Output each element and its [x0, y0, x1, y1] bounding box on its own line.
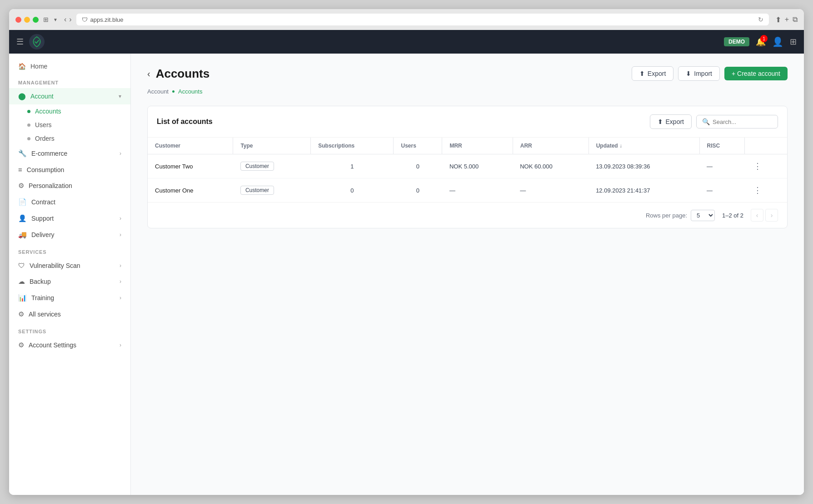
- notifications-button[interactable]: 🔔 1: [756, 37, 766, 47]
- sidebar-item-account-settings[interactable]: ⚙ Account Settings ›: [9, 337, 130, 353]
- services-section-label: SERVICES: [9, 243, 130, 257]
- sidebar-training-label: Training: [31, 294, 54, 301]
- orders-dot-icon: [27, 137, 30, 140]
- page-header-left: ‹ Accounts: [147, 67, 209, 81]
- sidebar-item-orders[interactable]: Orders: [9, 132, 130, 145]
- app-logo: [29, 34, 45, 49]
- vulnerability-chevron-icon: ›: [120, 262, 121, 269]
- col-users: Users: [394, 138, 442, 154]
- account-settings-icon: ⚙: [18, 341, 24, 349]
- sidebar-item-vulnerability-scan[interactable]: 🛡 Vulnerability Scan ›: [9, 257, 130, 273]
- sidebar-vulnerability-label: Vulnerability Scan: [30, 262, 80, 269]
- search-input[interactable]: [713, 119, 772, 125]
- pagination-buttons: ‹ ›: [751, 209, 778, 222]
- cell-risc: —: [699, 154, 744, 178]
- settings-section-label: SETTINGS: [9, 322, 130, 337]
- sidebar-item-ecommerce[interactable]: 🔧 E-commerce ›: [9, 145, 130, 162]
- sidebar-item-backup-left: ☁ Backup: [18, 277, 51, 286]
- sidebar-account-settings-label: Account Settings: [29, 341, 76, 349]
- cell-risc: —: [699, 178, 744, 203]
- col-updated[interactable]: Updated ↓: [589, 138, 699, 154]
- sidebar-item-contract-left: 📄 Contract: [18, 198, 55, 206]
- sidebar-item-personalization[interactable]: ⚙ Personalization: [9, 178, 130, 194]
- sidebar-item-users[interactable]: Users: [9, 118, 130, 132]
- back-button[interactable]: ‹: [64, 15, 66, 24]
- col-customer[interactable]: Customer: [148, 138, 233, 154]
- cell-type: Customer: [233, 154, 311, 178]
- minimize-button[interactable]: [24, 17, 30, 23]
- table-export-button[interactable]: ⬆ Export: [650, 114, 692, 129]
- sidebar-home-label: Home: [30, 63, 47, 70]
- tabs-button[interactable]: ⧉: [793, 15, 798, 24]
- rows-per-page-label: Rows per page:: [646, 212, 687, 219]
- sidebar-item-consumption[interactable]: ≡ Consumption: [9, 162, 130, 178]
- sidebar-users-label: Users: [35, 121, 52, 128]
- sidebar-item-account-left: ⬤ Account: [18, 92, 54, 100]
- sidebar-item-account[interactable]: ⬤ Account ▾: [9, 88, 130, 104]
- import-icon: ⬇: [686, 70, 691, 77]
- sidebar-consumption-label: Consumption: [27, 166, 65, 173]
- sidebar-item-delivery[interactable]: 🚚 Delivery ›: [9, 227, 130, 243]
- row-more-button[interactable]: ⋮: [752, 160, 763, 172]
- back-button[interactable]: ‹: [147, 69, 150, 79]
- address-bar[interactable]: 🛡 apps.zit.blue ↻: [76, 14, 769, 25]
- sidebar-item-accounts[interactable]: Accounts: [9, 104, 130, 118]
- pagination-info: 1–2 of 2: [722, 212, 743, 219]
- maximize-button[interactable]: [33, 17, 39, 23]
- ecommerce-icon: 🔧: [18, 149, 27, 158]
- col-mrr: MRR: [442, 138, 513, 154]
- rows-per-page-select[interactable]: 5 10 25: [691, 210, 715, 221]
- col-subscriptions: Subscriptions: [311, 138, 394, 154]
- col-actions: [744, 138, 787, 154]
- sidebar-orders-label: Orders: [35, 135, 55, 142]
- row-more-button[interactable]: ⋮: [752, 184, 763, 196]
- sidebar-item-consumption-left: ≡ Consumption: [18, 166, 64, 173]
- cell-mrr: —: [442, 178, 513, 203]
- sidebar-item-delivery-left: 🚚 Delivery: [18, 231, 55, 239]
- sidebar-item-all-services-left: ⚙ All services: [18, 310, 61, 318]
- sidebar-all-services-label: All services: [29, 311, 61, 318]
- sidebar-item-support[interactable]: 👤 Support ›: [9, 210, 130, 227]
- hamburger-button[interactable]: ☰: [16, 37, 24, 47]
- search-box[interactable]: 🔍: [696, 115, 778, 128]
- account-icon: ⬤: [18, 92, 26, 100]
- window-dropdown-button[interactable]: ▼: [53, 17, 58, 22]
- table-row: Customer One Customer 0 0 — — 12.09.2023…: [148, 178, 787, 203]
- prev-page-button[interactable]: ‹: [751, 209, 763, 222]
- share-button[interactable]: ⬆: [775, 15, 781, 24]
- account-chevron-icon: ▾: [119, 93, 121, 99]
- import-button[interactable]: ⬇ Import: [678, 66, 720, 81]
- next-page-button[interactable]: ›: [765, 209, 778, 222]
- table-title: List of accounts: [157, 118, 213, 126]
- sidebar-item-all-services[interactable]: ⚙ All services: [9, 306, 130, 322]
- sidebar-item-contract[interactable]: 📄 Contract: [9, 194, 130, 210]
- sidebar-item-training[interactable]: 📊 Training ›: [9, 290, 130, 306]
- layout-button[interactable]: ⊞: [790, 37, 797, 47]
- sidebar-support-label: Support: [31, 215, 54, 222]
- cell-customer[interactable]: Customer Two: [148, 154, 233, 178]
- sidebar-item-home[interactable]: 🏠 Home: [9, 59, 130, 74]
- training-icon: 📊: [18, 294, 27, 302]
- personalization-icon: ⚙: [18, 182, 24, 190]
- window-tiles-button[interactable]: ⊞: [43, 16, 49, 23]
- cell-arr: —: [513, 178, 589, 203]
- main-content: ‹ Accounts ⬆ Export ⬇ Import: [131, 54, 804, 495]
- forward-button[interactable]: ›: [69, 15, 71, 24]
- export-button[interactable]: ⬆ Export: [632, 66, 673, 81]
- sidebar-item-backup[interactable]: ☁ Backup ›: [9, 273, 130, 290]
- support-icon: 👤: [18, 214, 27, 222]
- breadcrumb-parent[interactable]: Account: [147, 88, 169, 95]
- backup-chevron-icon: ›: [120, 278, 121, 285]
- search-icon: 🔍: [702, 118, 710, 125]
- notification-count: 1: [760, 35, 768, 42]
- table-body: Customer Two Customer 1 0 NOK 5.000 NOK …: [148, 154, 787, 203]
- cell-updated: 13.09.2023 08:39:36: [589, 154, 699, 178]
- new-tab-button[interactable]: +: [785, 15, 789, 24]
- user-avatar-button[interactable]: 👤: [772, 36, 783, 47]
- cell-customer[interactable]: Customer One: [148, 178, 233, 203]
- close-button[interactable]: [15, 17, 21, 23]
- accounts-table-card: List of accounts ⬆ Export 🔍: [147, 106, 788, 228]
- create-account-button[interactable]: + Create account: [724, 67, 788, 80]
- breadcrumb-current: Accounts: [178, 88, 202, 95]
- browser-actions: ⬆ + ⧉: [775, 15, 798, 24]
